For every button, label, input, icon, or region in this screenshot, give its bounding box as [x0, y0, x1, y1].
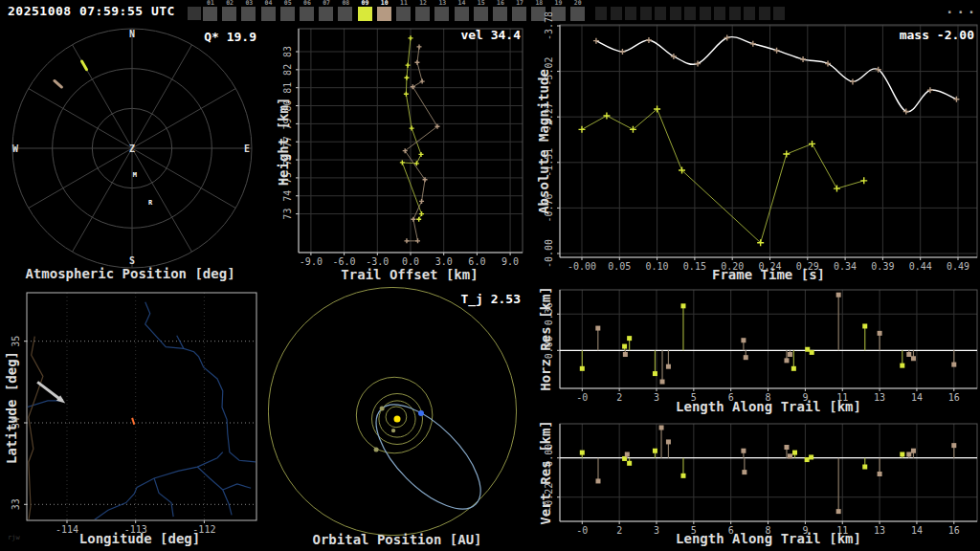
map-features	[27, 302, 256, 521]
series-frame-10	[596, 426, 957, 515]
y-tick: -0.00	[544, 239, 554, 268]
series-observed	[579, 105, 868, 246]
radiant-label-M: M	[133, 171, 137, 179]
horz-res-chart: -0235689111314160.36-0.00	[544, 290, 977, 403]
planet-venus	[380, 406, 385, 410]
y-tick: 74	[282, 190, 293, 202]
planet-earth	[418, 410, 424, 416]
x-tick: 3.0	[435, 256, 453, 267]
y-tick: 73	[282, 209, 293, 220]
y-tick: 81	[282, 82, 293, 94]
x-tick: 0.0	[402, 256, 419, 267]
x-tick: 3	[654, 392, 659, 403]
x-tick: 0.49	[947, 261, 969, 272]
vert-res-xlabel: Length Along Trail [km]	[676, 531, 861, 546]
velocity-stat: vel 34.4	[460, 28, 521, 42]
magnitude-ylabel: Absolute Magnitude	[536, 69, 551, 214]
tisserand-stat: T_j 2.53	[460, 292, 521, 306]
y-tick: 82	[282, 64, 293, 76]
x-tick: 13	[874, 392, 885, 403]
trail-offset-chart: -9.0-6.0-3.00.03.06.09.08382818079777675…	[282, 29, 523, 267]
mass-stat: mass -2.00	[900, 28, 974, 42]
orbital-position-chart	[268, 287, 516, 535]
height-ylabel: Height [km]	[276, 98, 291, 187]
orbit-group	[268, 287, 516, 535]
x-tick: 14	[911, 525, 923, 536]
compass-north: N	[129, 29, 135, 39]
river	[154, 478, 173, 517]
x-tick: -9.0	[300, 256, 323, 267]
vert-res-chart: -023568911131416-0.00-0.22	[544, 424, 977, 536]
radiant-label-R: R	[148, 199, 153, 207]
series-model-fit	[593, 35, 959, 115]
x-tick: 0.05	[608, 261, 631, 272]
x-tick: 2	[616, 392, 622, 403]
meteor-streak-frame-10	[55, 80, 62, 87]
y-tick: 33	[11, 498, 21, 510]
series-frame-10	[595, 293, 956, 385]
x-tick: 2	[616, 525, 622, 536]
y-tick: 83	[282, 46, 293, 57]
y-tick: 35	[11, 336, 21, 347]
frame-time-xlabel: Frame Time [s]	[712, 267, 825, 282]
x-tick: 6.0	[468, 256, 485, 267]
horz-res-xlabel: Length Along Trail [km]	[676, 399, 861, 414]
x-tick: 16	[948, 525, 960, 536]
atmospheric-position-chart: NSWEZMR	[12, 29, 252, 268]
x-tick: 0.10	[646, 261, 669, 272]
orbital-xlabel: Orbital Position [AU]	[312, 532, 481, 547]
x-tick: 9.0	[501, 256, 519, 267]
x-tick: 3	[654, 525, 659, 536]
series-frame-09	[400, 35, 424, 221]
atmospheric-xlabel: Atmospheric Position [deg]	[25, 266, 234, 281]
sun	[394, 416, 401, 423]
x-tick: 0.34	[834, 261, 857, 272]
compass-south: S	[129, 255, 135, 266]
river	[197, 467, 232, 515]
y-tick: -3.78	[544, 11, 554, 40]
compass-west: W	[12, 143, 19, 154]
zenith-label: Z	[129, 143, 135, 154]
river	[145, 302, 256, 462]
x-tick: 16	[948, 392, 960, 403]
river	[223, 484, 251, 490]
x-tick: -0	[576, 525, 588, 536]
q-star-stat: Q* 19.9	[204, 30, 256, 44]
detection-streak	[132, 418, 134, 425]
latitude-ylabel: Latitude [deg]	[4, 351, 19, 464]
ground-map-chart: -114-113-112353433	[11, 293, 256, 535]
compass-east: E	[244, 143, 250, 154]
horz-res-ylabel: Horz Res [km]	[538, 286, 553, 391]
watermark: rjw	[8, 534, 20, 541]
x-tick: 0.39	[871, 261, 894, 272]
x-tick: -114	[56, 524, 78, 535]
planet-mars	[374, 447, 379, 452]
x-tick: 14	[911, 392, 923, 403]
state-boundary	[29, 337, 43, 521]
river	[177, 336, 184, 349]
light-curve-chart: -0.000.050.100.150.200.240.290.340.390.4…	[544, 11, 977, 272]
x-tick: -0.00	[568, 261, 596, 272]
x-tick: -3.0	[366, 256, 389, 267]
planet-mercury	[391, 429, 395, 432]
meteor-streak-frame-09	[82, 61, 87, 70]
x-tick: 0.44	[909, 261, 932, 272]
vert-res-ylabel: Vert Res [km]	[538, 420, 553, 525]
x-tick: 0.15	[683, 261, 706, 272]
x-tick: -6.0	[333, 256, 356, 267]
x-tick: 13	[874, 525, 885, 536]
trail-offset-xlabel: Trail Offset [km]	[341, 267, 478, 282]
x-tick: -0	[576, 392, 588, 403]
river	[93, 452, 223, 521]
longitude-xlabel: Longitude [deg]	[79, 531, 200, 546]
